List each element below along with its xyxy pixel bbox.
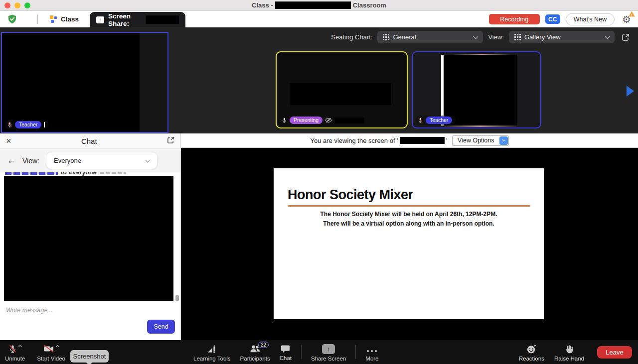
tab-class[interactable]: Class: [50, 15, 79, 23]
chat-message-input[interactable]: [2, 303, 152, 323]
window-title: Class - Classroom: [252, 1, 386, 9]
redacted-timestamp: [100, 172, 126, 174]
seating-chart-dropdown[interactable]: General: [377, 31, 483, 43]
shared-screen-content: Honor Society Mixer The Honor Society Mi…: [181, 148, 638, 340]
send-button[interactable]: Send: [147, 320, 175, 334]
chat-button[interactable]: Chat: [280, 344, 292, 361]
minimize-window-button[interactable]: [14, 2, 20, 8]
redacted-chat-message: [4, 176, 173, 301]
video-tile-teacher[interactable]: Teacher: [412, 51, 541, 128]
tab-screen-share-label: Screen Share:: [108, 12, 142, 27]
learning-tools-icon: [207, 344, 217, 354]
popout-chat-button[interactable]: [167, 136, 174, 146]
meeting-toolbar: Unmute Start Video Screenshot Learning T…: [0, 340, 638, 364]
slide-body-line2: There will be a virtual option along wit…: [274, 220, 544, 227]
chat-audience-dropdown[interactable]: Everyone: [46, 152, 158, 169]
gallery-next-page-arrow[interactable]: [627, 86, 634, 97]
redacted-sender-name: [5, 172, 58, 175]
more-dots-icon: [367, 344, 377, 354]
share-screen-icon: ↑: [322, 344, 335, 354]
chevron-down-icon: [501, 138, 505, 141]
toolbar-divider: [301, 345, 302, 359]
chat-bubble-icon: [281, 345, 290, 354]
chevron-down-icon: [474, 34, 478, 39]
view-label: View:: [488, 33, 504, 41]
tab-bar-right-controls: Recording CC What's New ⚙!: [489, 13, 638, 25]
popout-icon: [167, 136, 174, 144]
close-window-button[interactable]: [4, 2, 10, 8]
text-cursor: [44, 122, 45, 127]
tab-screen-share[interactable]: ↑ Screen Share:: [90, 12, 185, 27]
participants-count-badge: 22: [258, 342, 269, 348]
view-options-label: View Options: [453, 137, 499, 144]
back-arrow-icon[interactable]: ←: [7, 155, 16, 166]
popout-gallery-button[interactable]: [620, 31, 632, 43]
unmute-button[interactable]: Unmute: [5, 343, 25, 362]
eye-hidden-icon: [325, 118, 332, 123]
chat-view-label: View:: [22, 157, 39, 165]
video-tile-pinned-teacher[interactable]: Teacher: [1, 32, 168, 133]
seating-chart-value: General: [393, 33, 416, 41]
more-button[interactable]: More: [365, 343, 378, 362]
start-video-label: Start Video: [37, 356, 65, 362]
screen-share-status-bar: You are viewing the screen of ' ' View O…: [181, 133, 638, 148]
slide-title-underline: [288, 205, 530, 207]
redacted-presenter-name: [146, 15, 179, 24]
start-video-button[interactable]: Start Video: [37, 343, 65, 362]
participants-button[interactable]: 22 Participants: [240, 343, 270, 362]
video-options-chevron[interactable]: [56, 345, 59, 348]
redacted-video-content: [2, 33, 140, 132]
video-gallery-region: Seating Chart: General View: Gallery Vie…: [0, 27, 638, 133]
top-tab-bar: Class ↑ Screen Share: Recording CC What'…: [0, 11, 638, 27]
whats-new-button[interactable]: What's New: [566, 13, 615, 25]
raise-hand-button[interactable]: Raise Hand: [554, 343, 584, 362]
toolbar-divider: [355, 345, 356, 359]
tile-name-label: Teacher: [416, 116, 456, 125]
presenting-badge: Presenting: [290, 117, 322, 124]
close-chat-icon[interactable]: ×: [6, 136, 11, 145]
slide-body-line1: The Honor Society Mixer will be held on …: [274, 211, 544, 218]
chat-label: Chat: [280, 355, 292, 361]
video-tile-presenter[interactable]: Presenting: [276, 51, 408, 128]
redacted-presenter-name: [400, 137, 445, 144]
view-options-dropdown[interactable]: View Options: [452, 135, 508, 146]
view-dropdown[interactable]: Gallery View: [509, 31, 615, 43]
chat-scrollbar-thumb[interactable]: [175, 295, 179, 301]
recording-indicator-button[interactable]: Recording: [489, 14, 540, 24]
mic-muted-icon: [418, 117, 423, 123]
share-screen-label: Share Screen: [311, 356, 346, 362]
closed-captions-button[interactable]: CC: [545, 14, 560, 24]
role-badge-teacher: Teacher: [426, 117, 452, 124]
more-label: More: [365, 356, 378, 362]
redacted-video-content: [444, 55, 517, 125]
leave-button[interactable]: Leave: [597, 346, 632, 359]
chat-header: × Chat: [0, 133, 180, 149]
grid-icon: [514, 34, 516, 35]
reactions-button[interactable]: Reactions: [519, 343, 544, 362]
chat-panel: × Chat ← View: Everyone to Everyone Send: [0, 133, 181, 340]
audio-options-chevron[interactable]: [18, 345, 22, 348]
unmute-label: Unmute: [5, 356, 25, 362]
seating-chart-label: Seating Chart:: [331, 33, 372, 41]
raise-hand-icon: [565, 344, 573, 354]
screenshot-tooltip: Screenshot: [70, 350, 109, 363]
settings-gear-icon[interactable]: ⚙!: [622, 14, 631, 24]
chat-audience-value: Everyone: [54, 157, 81, 164]
reactions-smiley-icon: [526, 344, 537, 354]
grid-icon: [383, 34, 384, 35]
presentation-slide: Honor Society Mixer The Honor Society Mi…: [274, 168, 544, 319]
popout-icon: [622, 33, 630, 41]
tab-divider: [37, 15, 38, 24]
mic-muted-icon: [8, 344, 17, 354]
reactions-label: Reactions: [519, 356, 544, 362]
security-shield-icon[interactable]: [8, 14, 16, 24]
raise-hand-label: Raise Hand: [554, 356, 584, 362]
view-options-chevron-button[interactable]: [499, 136, 508, 145]
chat-view-filter-row: ← View: Everyone: [0, 149, 180, 172]
window-title-prefix: Class -: [252, 1, 273, 9]
share-screen-button[interactable]: ↑ Share Screen: [311, 343, 346, 362]
learning-tools-button[interactable]: Learning Tools: [193, 343, 231, 362]
window-title-suffix: Classroom: [353, 1, 386, 9]
redacted-video-content: [290, 83, 391, 105]
fullscreen-window-button[interactable]: [24, 2, 30, 8]
